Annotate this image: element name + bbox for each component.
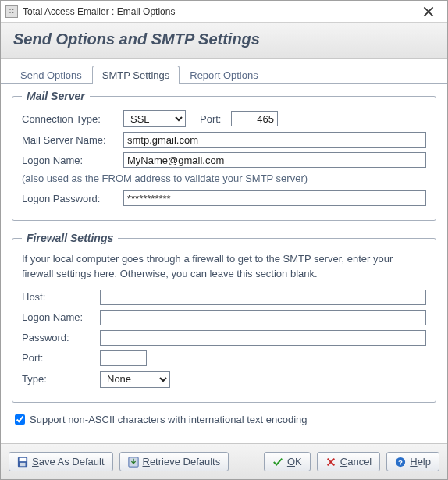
firewall-type-select[interactable]: None: [100, 371, 170, 388]
mail-server-name-label: Mail Server Name:: [22, 134, 123, 146]
help-icon: ?: [395, 457, 406, 468]
firewall-port-input[interactable]: [100, 350, 147, 366]
header: Send Options and SMTP Settings: [1, 23, 447, 59]
window-title: Total Access Emailer : Email Options: [23, 6, 413, 17]
mail-logon-name-label: Logon Name:: [22, 155, 123, 166]
firewall-type-label: Type:: [22, 373, 100, 385]
encoding-label: Support non-ASCII characters with intern…: [30, 414, 308, 425]
close-button[interactable]: [413, 2, 444, 21]
svg-rect-2: [20, 462, 26, 465]
mail-port-label: Port:: [200, 113, 231, 125]
save-default-button[interactable]: Save As Default: [9, 452, 113, 471]
firewall-port-label: Port:: [22, 352, 100, 364]
retrieve-defaults-button[interactable]: Retrieve Defaults: [119, 452, 229, 471]
connection-type-label: Connection Type:: [22, 113, 123, 125]
tab-content: Mail Server Connection Type: SSL Port: M…: [1, 83, 447, 443]
cancel-icon: [325, 457, 336, 468]
mail-server-name-input[interactable]: [123, 132, 426, 148]
mail-port-input[interactable]: [231, 111, 278, 126]
firewall-host-label: Host:: [22, 291, 100, 303]
mail-password-input[interactable]: [123, 190, 426, 206]
save-icon: [17, 457, 28, 468]
firewall-password-label: Password:: [22, 332, 100, 343]
mail-server-group: Mail Server Connection Type: SSL Port: M…: [12, 90, 436, 221]
firewall-logon-label: Logon Name:: [22, 311, 100, 323]
mail-server-legend: Mail Server: [22, 90, 90, 102]
firewall-host-input[interactable]: [100, 290, 426, 305]
button-bar: Save As Default Retrieve Defaults OK Can…: [1, 443, 447, 479]
firewall-group: Firewall Settings If your local computer…: [12, 232, 436, 403]
check-icon: [272, 457, 283, 468]
svg-text:?: ?: [398, 457, 403, 466]
help-button[interactable]: ? Help: [386, 452, 439, 471]
tab-smtp-settings[interactable]: SMTP Settings: [92, 66, 180, 84]
cancel-button[interactable]: Cancel: [317, 452, 380, 471]
mail-logon-name-input[interactable]: [123, 152, 426, 168]
tab-send-options[interactable]: Send Options: [10, 66, 92, 84]
firewall-legend: Firewall Settings: [22, 232, 118, 244]
firewall-note: If your local computer goes through a fi…: [22, 252, 426, 282]
firewall-password-input[interactable]: [100, 330, 426, 346]
encoding-checkbox[interactable]: [15, 414, 25, 425]
tabs: Send Options SMTP Settings Report Option…: [1, 59, 447, 84]
tab-report-options[interactable]: Report Options: [180, 66, 268, 84]
connection-type-select[interactable]: SSL: [123, 110, 186, 127]
svg-rect-1: [20, 457, 27, 460]
mail-logon-note: (also used as the FROM address to valida…: [22, 172, 426, 184]
titlebar: ∷ Total Access Emailer : Email Options: [1, 1, 447, 23]
close-icon: [423, 6, 434, 17]
page-title: Send Options and SMTP Settings: [13, 30, 435, 48]
retrieve-icon: [128, 457, 139, 468]
ok-button[interactable]: OK: [264, 452, 311, 471]
mail-password-label: Logon Password:: [22, 193, 123, 204]
app-icon: ∷: [5, 5, 18, 18]
firewall-logon-input[interactable]: [100, 310, 426, 325]
